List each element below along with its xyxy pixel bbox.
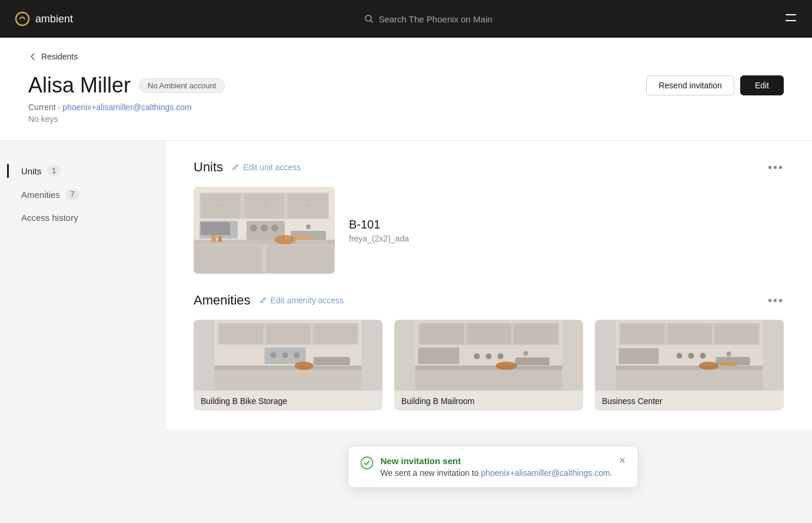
svg-point-22 — [271, 224, 278, 231]
svg-point-66 — [700, 353, 706, 359]
amenity-card-mailroom: Building B Mailroom — [394, 320, 583, 411]
svg-rect-11 — [262, 204, 267, 206]
svg-rect-62 — [616, 370, 763, 390]
svg-rect-34 — [215, 366, 362, 370]
edit-button[interactable]: Edit — [740, 75, 784, 95]
logo-text: ambient — [35, 13, 73, 25]
svg-rect-35 — [215, 370, 362, 390]
units-title-row: Units Edit unit access — [194, 160, 301, 175]
amenities-section-header: Amenities Edit amenity access ••• — [194, 293, 784, 308]
svg-point-65 — [688, 353, 694, 359]
amenity-card-bike-storage: Building B Bike Storage — [194, 320, 382, 411]
edit-amenity-pencil-icon — [259, 296, 267, 304]
amenities-section-title: Amenities — [194, 293, 251, 308]
amenity-name-2: Building B Mailroom — [394, 390, 583, 411]
resident-status: Current · phoenix+alisamiller@calthings.… — [28, 102, 225, 112]
svg-point-38 — [282, 352, 288, 358]
amenity-image-2 — [394, 320, 583, 390]
main-content: Units Edit unit access ••• — [165, 141, 812, 429]
amenity-image-3 — [595, 320, 784, 390]
toast-suffix: . — [610, 468, 613, 478]
amenities-more-button[interactable]: ••• — [768, 294, 784, 307]
svg-rect-28 — [218, 236, 222, 242]
svg-point-50 — [474, 353, 480, 359]
svg-point-71 — [361, 457, 372, 469]
check-circle-icon — [360, 456, 373, 469]
sidebar-access-history-label: Access history — [21, 213, 78, 223]
amenity-image-1 — [194, 320, 382, 390]
unit-details: B-101 freya_(2x2)_ada — [349, 218, 409, 243]
units-more-icon: ••• — [768, 161, 784, 174]
svg-rect-12 — [306, 204, 311, 206]
svg-point-20 — [250, 224, 257, 231]
svg-point-52 — [498, 353, 504, 359]
resident-name-row: Alisa Miller No Ambient account — [28, 73, 225, 98]
unit-number: B-101 — [349, 218, 409, 231]
amenity-name-1: Building B Bike Storage — [194, 390, 382, 411]
edit-amenity-access-link[interactable]: Edit amenity access — [259, 296, 344, 305]
sidebar-item-amenities[interactable]: Amenities 7 — [14, 183, 151, 206]
svg-rect-40 — [314, 357, 350, 365]
svg-rect-15 — [195, 246, 262, 273]
units-more-button[interactable]: ••• — [768, 161, 784, 174]
amenity-kitchen-svg-1 — [194, 320, 382, 390]
resident-email[interactable]: phoenix+alisamiller@calthings.com — [62, 102, 191, 112]
svg-point-21 — [261, 224, 268, 231]
units-section: Units Edit unit access ••• — [194, 160, 784, 274]
sidebar-item-access-history[interactable]: Access history — [14, 207, 151, 229]
toast-body: We sent a new invitation to phoenix+alis… — [380, 468, 612, 478]
hamburger-icon — [784, 11, 798, 25]
svg-rect-46 — [514, 324, 558, 344]
toast-notification: New invitation sent We sent a new invita… — [348, 446, 638, 488]
edit-unit-access-link[interactable]: Edit unit access — [231, 163, 301, 172]
resident-status-label: Current — [28, 102, 56, 112]
svg-rect-32 — [267, 324, 311, 344]
svg-rect-70 — [721, 362, 737, 366]
amenities-more-icon: ••• — [768, 294, 784, 307]
ambient-logo-icon — [14, 11, 31, 27]
toast-success-icon — [360, 456, 373, 472]
svg-point-54 — [524, 351, 528, 356]
menu-button[interactable] — [784, 11, 798, 28]
back-to-residents[interactable]: Residents — [28, 52, 784, 61]
search-icon — [364, 14, 374, 24]
toast-content: New invitation sent We sent a new invita… — [380, 456, 612, 478]
svg-rect-60 — [715, 324, 759, 344]
svg-line-2 — [371, 21, 372, 22]
sidebar-units-badge: 1 — [47, 165, 61, 176]
back-arrow-icon — [28, 52, 38, 61]
svg-point-64 — [677, 353, 683, 359]
svg-point-51 — [486, 353, 492, 359]
edit-amenity-access-label: Edit amenity access — [271, 296, 344, 305]
toast-email[interactable]: phoenix+alisamiller@calthings.com — [481, 468, 610, 478]
search-placeholder: Search The Phoenix on Main — [378, 14, 492, 24]
amenity-card-business-center: Business Center — [595, 320, 784, 411]
svg-point-39 — [294, 352, 300, 358]
svg-rect-59 — [668, 324, 712, 344]
svg-point-0 — [16, 12, 29, 25]
svg-rect-58 — [621, 324, 665, 344]
svg-point-25 — [274, 235, 295, 244]
sidebar-units-label: Units — [21, 166, 41, 176]
breadcrumb-label: Residents — [41, 52, 78, 61]
svg-rect-31 — [219, 324, 264, 344]
toast-title: New invitation sent — [380, 456, 612, 466]
resident-name: Alisa Miller — [28, 73, 131, 98]
amenities-grid: Building B Bike Storage — [194, 320, 784, 411]
amenity-kitchen-svg-2 — [394, 320, 583, 390]
search-bar[interactable]: Search The Phoenix on Main — [364, 14, 492, 24]
toast-close-button[interactable]: × — [620, 455, 626, 467]
content-area: Units 1 Amenities 7 Access history Units — [0, 141, 812, 429]
svg-rect-10 — [219, 204, 224, 206]
units-section-title: Units — [194, 160, 223, 175]
unit-type: freya_(2x2)_ada — [349, 234, 409, 243]
logo: ambient — [14, 11, 73, 27]
svg-rect-61 — [616, 366, 763, 370]
resend-invitation-button[interactable]: Resend invitation — [646, 75, 734, 95]
sidebar-item-units[interactable]: Units 1 — [14, 160, 151, 182]
resident-keys: No keys — [28, 114, 225, 124]
svg-point-24 — [306, 224, 311, 229]
svg-rect-63 — [619, 348, 659, 364]
svg-point-68 — [727, 352, 731, 356]
sidebar-amenities-badge: 7 — [66, 189, 79, 200]
